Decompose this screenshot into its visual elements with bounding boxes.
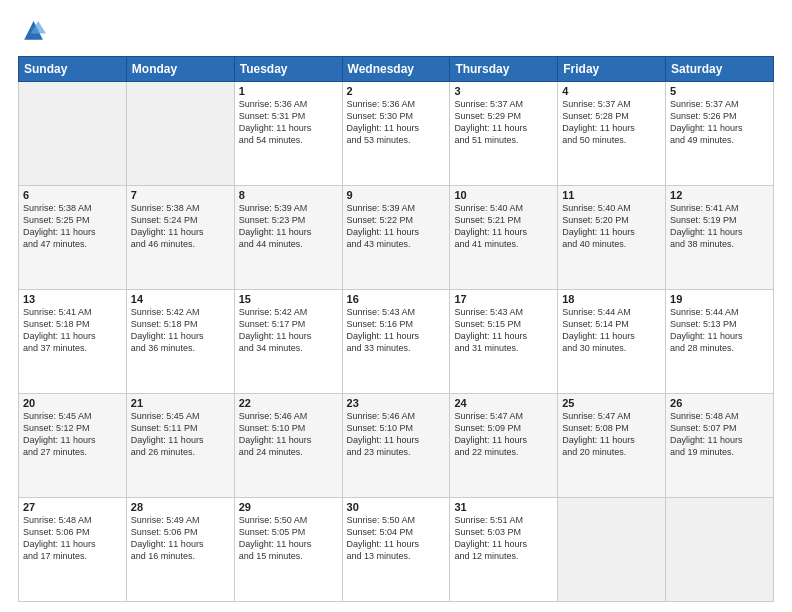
calendar-cell: 4Sunrise: 5:37 AM Sunset: 5:28 PM Daylig… [558,82,666,186]
day-number: 29 [239,501,338,513]
calendar-cell: 31Sunrise: 5:51 AM Sunset: 5:03 PM Dayli… [450,498,558,602]
day-number: 14 [131,293,230,305]
day-number: 7 [131,189,230,201]
weekday-header-tuesday: Tuesday [234,57,342,82]
day-info: Sunrise: 5:39 AM Sunset: 5:23 PM Dayligh… [239,202,338,251]
weekday-header-thursday: Thursday [450,57,558,82]
day-info: Sunrise: 5:40 AM Sunset: 5:21 PM Dayligh… [454,202,553,251]
day-number: 28 [131,501,230,513]
weekday-header-saturday: Saturday [666,57,774,82]
calendar-cell: 20Sunrise: 5:45 AM Sunset: 5:12 PM Dayli… [19,394,127,498]
day-info: Sunrise: 5:36 AM Sunset: 5:31 PM Dayligh… [239,98,338,147]
day-number: 17 [454,293,553,305]
calendar-cell: 6Sunrise: 5:38 AM Sunset: 5:25 PM Daylig… [19,186,127,290]
header [18,18,774,46]
calendar-cell: 21Sunrise: 5:45 AM Sunset: 5:11 PM Dayli… [126,394,234,498]
day-number: 3 [454,85,553,97]
calendar-cell: 14Sunrise: 5:42 AM Sunset: 5:18 PM Dayli… [126,290,234,394]
day-number: 2 [347,85,446,97]
page: SundayMondayTuesdayWednesdayThursdayFrid… [0,0,792,612]
calendar-cell: 13Sunrise: 5:41 AM Sunset: 5:18 PM Dayli… [19,290,127,394]
day-info: Sunrise: 5:46 AM Sunset: 5:10 PM Dayligh… [239,410,338,459]
day-number: 1 [239,85,338,97]
day-info: Sunrise: 5:48 AM Sunset: 5:06 PM Dayligh… [23,514,122,563]
calendar-cell: 7Sunrise: 5:38 AM Sunset: 5:24 PM Daylig… [126,186,234,290]
day-info: Sunrise: 5:43 AM Sunset: 5:16 PM Dayligh… [347,306,446,355]
weekday-header-friday: Friday [558,57,666,82]
day-info: Sunrise: 5:38 AM Sunset: 5:25 PM Dayligh… [23,202,122,251]
day-number: 16 [347,293,446,305]
calendar-cell: 10Sunrise: 5:40 AM Sunset: 5:21 PM Dayli… [450,186,558,290]
day-info: Sunrise: 5:37 AM Sunset: 5:29 PM Dayligh… [454,98,553,147]
calendar-cell: 26Sunrise: 5:48 AM Sunset: 5:07 PM Dayli… [666,394,774,498]
day-number: 25 [562,397,661,409]
day-number: 9 [347,189,446,201]
day-info: Sunrise: 5:37 AM Sunset: 5:26 PM Dayligh… [670,98,769,147]
calendar-cell: 3Sunrise: 5:37 AM Sunset: 5:29 PM Daylig… [450,82,558,186]
calendar-cell: 29Sunrise: 5:50 AM Sunset: 5:05 PM Dayli… [234,498,342,602]
day-info: Sunrise: 5:41 AM Sunset: 5:19 PM Dayligh… [670,202,769,251]
calendar-cell [19,82,127,186]
day-info: Sunrise: 5:39 AM Sunset: 5:22 PM Dayligh… [347,202,446,251]
calendar-row-1: 6Sunrise: 5:38 AM Sunset: 5:25 PM Daylig… [19,186,774,290]
weekday-header-wednesday: Wednesday [342,57,450,82]
day-info: Sunrise: 5:40 AM Sunset: 5:20 PM Dayligh… [562,202,661,251]
day-info: Sunrise: 5:45 AM Sunset: 5:12 PM Dayligh… [23,410,122,459]
calendar-cell: 8Sunrise: 5:39 AM Sunset: 5:23 PM Daylig… [234,186,342,290]
calendar-row-0: 1Sunrise: 5:36 AM Sunset: 5:31 PM Daylig… [19,82,774,186]
day-info: Sunrise: 5:41 AM Sunset: 5:18 PM Dayligh… [23,306,122,355]
day-info: Sunrise: 5:36 AM Sunset: 5:30 PM Dayligh… [347,98,446,147]
calendar-table: SundayMondayTuesdayWednesdayThursdayFrid… [18,56,774,602]
calendar-row-2: 13Sunrise: 5:41 AM Sunset: 5:18 PM Dayli… [19,290,774,394]
calendar-cell: 24Sunrise: 5:47 AM Sunset: 5:09 PM Dayli… [450,394,558,498]
day-info: Sunrise: 5:47 AM Sunset: 5:08 PM Dayligh… [562,410,661,459]
day-number: 10 [454,189,553,201]
day-info: Sunrise: 5:50 AM Sunset: 5:04 PM Dayligh… [347,514,446,563]
day-number: 31 [454,501,553,513]
day-number: 8 [239,189,338,201]
day-info: Sunrise: 5:51 AM Sunset: 5:03 PM Dayligh… [454,514,553,563]
day-info: Sunrise: 5:43 AM Sunset: 5:15 PM Dayligh… [454,306,553,355]
weekday-header-monday: Monday [126,57,234,82]
calendar-cell: 15Sunrise: 5:42 AM Sunset: 5:17 PM Dayli… [234,290,342,394]
day-number: 5 [670,85,769,97]
day-info: Sunrise: 5:44 AM Sunset: 5:14 PM Dayligh… [562,306,661,355]
calendar-cell: 5Sunrise: 5:37 AM Sunset: 5:26 PM Daylig… [666,82,774,186]
day-info: Sunrise: 5:37 AM Sunset: 5:28 PM Dayligh… [562,98,661,147]
day-info: Sunrise: 5:38 AM Sunset: 5:24 PM Dayligh… [131,202,230,251]
day-number: 20 [23,397,122,409]
day-number: 30 [347,501,446,513]
weekday-header-row: SundayMondayTuesdayWednesdayThursdayFrid… [19,57,774,82]
day-number: 12 [670,189,769,201]
calendar-cell: 11Sunrise: 5:40 AM Sunset: 5:20 PM Dayli… [558,186,666,290]
calendar-cell: 9Sunrise: 5:39 AM Sunset: 5:22 PM Daylig… [342,186,450,290]
day-info: Sunrise: 5:50 AM Sunset: 5:05 PM Dayligh… [239,514,338,563]
day-info: Sunrise: 5:44 AM Sunset: 5:13 PM Dayligh… [670,306,769,355]
day-info: Sunrise: 5:48 AM Sunset: 5:07 PM Dayligh… [670,410,769,459]
logo-icon [18,18,46,46]
calendar-row-3: 20Sunrise: 5:45 AM Sunset: 5:12 PM Dayli… [19,394,774,498]
day-number: 21 [131,397,230,409]
calendar-cell [558,498,666,602]
calendar-cell: 18Sunrise: 5:44 AM Sunset: 5:14 PM Dayli… [558,290,666,394]
day-number: 22 [239,397,338,409]
calendar-cell [666,498,774,602]
day-info: Sunrise: 5:47 AM Sunset: 5:09 PM Dayligh… [454,410,553,459]
day-number: 6 [23,189,122,201]
logo [18,18,50,46]
weekday-header-sunday: Sunday [19,57,127,82]
day-number: 4 [562,85,661,97]
calendar-cell [126,82,234,186]
day-info: Sunrise: 5:49 AM Sunset: 5:06 PM Dayligh… [131,514,230,563]
calendar-row-4: 27Sunrise: 5:48 AM Sunset: 5:06 PM Dayli… [19,498,774,602]
calendar-cell: 22Sunrise: 5:46 AM Sunset: 5:10 PM Dayli… [234,394,342,498]
calendar-cell: 17Sunrise: 5:43 AM Sunset: 5:15 PM Dayli… [450,290,558,394]
calendar-cell: 2Sunrise: 5:36 AM Sunset: 5:30 PM Daylig… [342,82,450,186]
day-number: 23 [347,397,446,409]
calendar-cell: 12Sunrise: 5:41 AM Sunset: 5:19 PM Dayli… [666,186,774,290]
calendar-cell: 23Sunrise: 5:46 AM Sunset: 5:10 PM Dayli… [342,394,450,498]
calendar-cell: 28Sunrise: 5:49 AM Sunset: 5:06 PM Dayli… [126,498,234,602]
day-number: 15 [239,293,338,305]
calendar-cell: 1Sunrise: 5:36 AM Sunset: 5:31 PM Daylig… [234,82,342,186]
day-number: 11 [562,189,661,201]
